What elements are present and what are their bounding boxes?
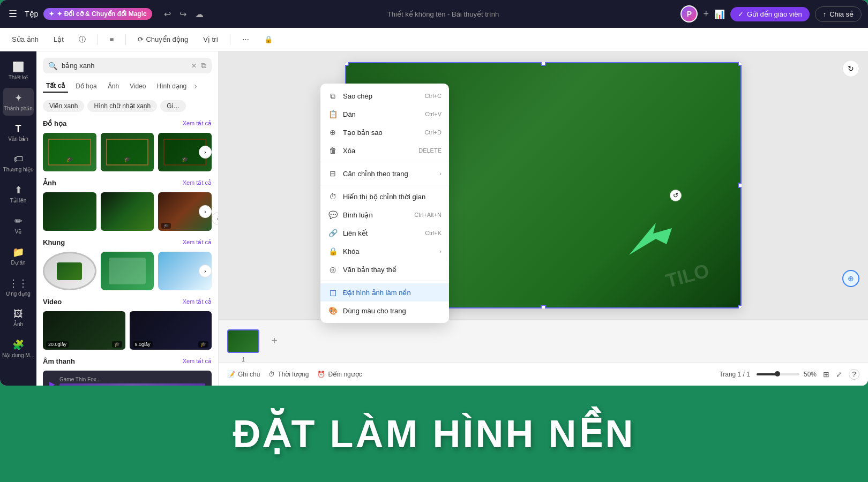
- slide-thumb-1[interactable]: [227, 329, 259, 353]
- search-input[interactable]: [62, 62, 187, 70]
- comment-icon: 💬: [328, 210, 338, 220]
- tag-vienxanh[interactable]: Viền xanh: [43, 100, 84, 112]
- video-view-all[interactable]: Xem tất cả: [183, 298, 212, 305]
- ctx-lienkket[interactable]: 🔗 Liên kết Ctrl+K: [320, 224, 449, 242]
- sidebar-item-thuonghieu[interactable]: 🏷 Thương hiệu: [3, 149, 34, 177]
- tep-menu[interactable]: Tệp: [25, 10, 38, 18]
- khung-next-arrow[interactable]: ›: [199, 265, 212, 277]
- zoom-slider-fill: [757, 373, 778, 375]
- rotate-handle[interactable]: ↺: [670, 190, 682, 201]
- tab-dohoa[interactable]: Đồ họa: [72, 80, 100, 92]
- video-item-2[interactable]: 9.0giây 🎓: [130, 311, 212, 350]
- menu-icon[interactable]: ☰: [6, 6, 19, 22]
- tag-hincchuonhat[interactable]: Hình chữ nhật xanh: [87, 100, 157, 112]
- video-item-1[interactable]: 20.0giây 🎓: [43, 311, 125, 350]
- position-button[interactable]: Vị trí: [200, 33, 221, 46]
- dohoa-next-arrow[interactable]: ›: [199, 146, 212, 159]
- khung-view-all[interactable]: Xem tất cả: [183, 239, 212, 246]
- ctx-vanban-thaythhe[interactable]: ◎ Văn bản thay thế: [320, 260, 449, 278]
- send-to-teacher-button[interactable]: ✓ Gửi đến giáo viên: [730, 7, 810, 21]
- lock-button[interactable]: 🔒: [261, 33, 276, 46]
- ctx-saochep[interactable]: ⧉ Sao chép Ctrl+C: [320, 87, 449, 105]
- dohoa-item-2[interactable]: 🎓: [101, 133, 154, 171]
- duration-icon: ⏱: [268, 371, 275, 378]
- duration-button[interactable]: ⏱ Thời lượng: [268, 371, 309, 378]
- dohoa-view-all[interactable]: Xem tất cả: [183, 120, 212, 127]
- sidebar-item-ungdung[interactable]: ⋮⋮ Ứng dụng: [3, 273, 34, 301]
- ctx-taobannsao[interactable]: ⊕ Tạo bản sao Ctrl+D: [320, 123, 449, 141]
- ctx-canchinhtheo[interactable]: ⊟ Căn chỉnh theo trang ›: [320, 164, 449, 183]
- countdown-icon: ⏰: [317, 371, 325, 378]
- sidebar-item-thanhphan[interactable]: ✦ Thành phần: [3, 88, 34, 116]
- ctx-xoa[interactable]: 🗑 Xóa DELETE: [320, 141, 449, 160]
- ctx-dan[interactable]: 📋 Dán Ctrl+V: [320, 105, 449, 123]
- sidebar-item-taillen[interactable]: ⬆ Tải lên: [3, 180, 34, 208]
- align-icon: ⊟: [328, 169, 338, 178]
- ctx-dung-mau[interactable]: 🎨 Dùng màu cho trang: [320, 302, 449, 320]
- duration-label: Thời lượng: [278, 371, 309, 378]
- dohoa-item-1[interactable]: 🎓: [43, 133, 96, 171]
- ctx-hienthi[interactable]: ⏱ Hiển thị bộ chỉnh thời gian: [320, 187, 449, 206]
- undo-button[interactable]: ↩: [162, 7, 173, 21]
- magic-button[interactable]: ✦ ✦ Đổi cỡ & Chuyển đổi Magic: [43, 8, 152, 20]
- refresh-button[interactable]: ↻: [842, 60, 859, 77]
- send-label: Gửi đến giáo viên: [747, 10, 802, 18]
- ctx-khoa[interactable]: 🔒 Khóa ›: [320, 242, 449, 260]
- tab-all[interactable]: Tất cả: [43, 80, 68, 93]
- animation-button[interactable]: ⟳ Chuyển động: [134, 33, 191, 46]
- avatar[interactable]: P: [680, 5, 698, 22]
- chart-button[interactable]: 📊: [714, 9, 725, 19]
- tabs-more-icon[interactable]: ›: [194, 81, 197, 91]
- expand-icon[interactable]: ⤢: [836, 370, 842, 379]
- tab-hinhdang[interactable]: Hình dạng: [154, 80, 190, 92]
- share-button[interactable]: ↑ Chia sẻ: [815, 6, 862, 22]
- sidebar-item-anh[interactable]: 🖼 Ảnh: [3, 304, 34, 332]
- caption-text: ĐẶT LÀM HÌNH NỀN: [233, 411, 635, 456]
- ctx-binhluan[interactable]: 💬 Bình luận Ctrl+Alt+N: [320, 206, 449, 224]
- align-button[interactable]: ≡: [107, 33, 117, 46]
- tab-anh[interactable]: Ảnh: [104, 80, 122, 92]
- clear-icon[interactable]: ✕: [191, 62, 197, 70]
- topbar-actions: ↩ ↪ ☁: [162, 7, 206, 21]
- khung-item-1[interactable]: [43, 252, 96, 290]
- grid-view-icon[interactable]: ⊞: [823, 370, 829, 379]
- element-toolbar: Sửa ảnh Lật ⓘ ≡ ⟳ Chuyển động Vị trí ⋯ 🔒: [0, 28, 868, 51]
- lock-ctx-icon: 🔒: [328, 246, 338, 256]
- sidebar-item-vanban[interactable]: T Văn bản: [3, 119, 34, 146]
- filter-icon[interactable]: ⧉: [201, 61, 206, 70]
- add-user-button[interactable]: +: [703, 9, 709, 20]
- amthanh-view-all[interactable]: Xem tất cả: [183, 358, 212, 365]
- zoom-slider[interactable]: [757, 373, 799, 375]
- khung-item-2[interactable]: [101, 252, 154, 290]
- info-button[interactable]: ⓘ: [76, 33, 89, 47]
- flip-label: Lật: [54, 35, 64, 43]
- anh-item-1[interactable]: [43, 192, 96, 231]
- cloud-save-button[interactable]: ☁: [193, 7, 206, 21]
- sidebar-item-ve[interactable]: ✏ Vẽ: [3, 211, 34, 239]
- amthanh-title: Âm thanh: [43, 357, 75, 365]
- delete-icon: 🗑: [328, 146, 338, 155]
- zoom-dot: [775, 371, 780, 376]
- tag-more[interactable]: Gi…: [160, 100, 186, 112]
- ctx-dat-hinh-anh[interactable]: ◫ Đặt hình ảnh làm nền: [320, 283, 449, 302]
- tab-video[interactable]: Video: [126, 80, 149, 92]
- crosshair-button[interactable]: ⊕: [842, 270, 859, 287]
- sound-item-1[interactable]: ▶ Game Thin Fox...: [43, 371, 212, 386]
- countdown-button[interactable]: ⏰ Đếm ngược: [317, 371, 362, 378]
- panel-collapse-button[interactable]: ‹: [212, 212, 219, 225]
- sidebar-item-noidung[interactable]: 🧩 Nội dung M...: [3, 335, 34, 363]
- sidebar-item-duan[interactable]: 📁 Dự án: [3, 242, 34, 270]
- anh-item-2[interactable]: [101, 192, 154, 231]
- anh-view-all[interactable]: Xem tất cả: [183, 179, 212, 186]
- help-icon[interactable]: ?: [849, 369, 859, 380]
- add-slide-button[interactable]: +: [266, 333, 283, 350]
- sidebar-item-thietke[interactable]: ⬜ Thiết kế: [3, 57, 34, 85]
- flip-button[interactable]: Lật: [50, 33, 67, 46]
- redo-button[interactable]: ↪: [177, 7, 189, 21]
- anh-next-arrow[interactable]: ›: [199, 205, 212, 218]
- align-icon: ≡: [110, 35, 114, 43]
- grid-button[interactable]: ⋯: [239, 33, 252, 46]
- edit-image-button[interactable]: Sửa ảnh: [9, 33, 42, 46]
- note-button[interactable]: 📝 Ghi chú: [227, 371, 260, 378]
- ctx-hienthi-label: Hiển thị bộ chỉnh thời gian: [343, 193, 425, 201]
